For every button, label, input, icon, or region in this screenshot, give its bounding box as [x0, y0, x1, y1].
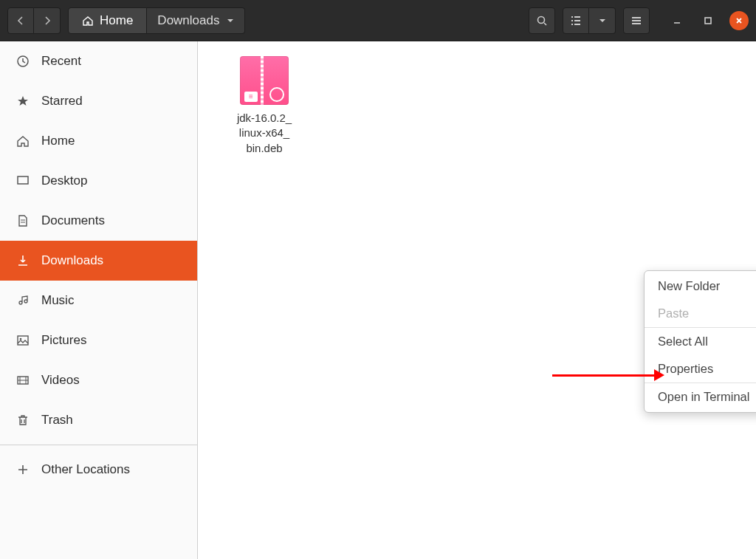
- svg-rect-3: [18, 176, 28, 184]
- list-view-button[interactable]: [563, 7, 589, 34]
- sidebar-item-trash[interactable]: Trash: [0, 400, 197, 440]
- trash-icon: [15, 414, 31, 427]
- ctx-open-terminal[interactable]: Open in Terminal: [645, 383, 756, 411]
- ctx-label: Open in Terminal: [658, 390, 749, 404]
- sidebar-item-label: Recent: [41, 54, 81, 69]
- ctx-label: Select All: [658, 335, 708, 349]
- sidebar-item-label: Videos: [41, 373, 80, 388]
- header-right: [529, 7, 749, 34]
- breadcrumb: Home Downloads: [68, 7, 245, 34]
- music-icon: [15, 294, 31, 307]
- svg-rect-4: [18, 336, 28, 345]
- sidebar-divider: [0, 445, 197, 445]
- sidebar-item-downloads[interactable]: Downloads: [0, 241, 197, 281]
- body: Recent Starred Home Desktop Documents Do…: [0, 41, 756, 559]
- ctx-label: Paste: [658, 306, 689, 320]
- picture-icon: [15, 334, 31, 347]
- nav-buttons: [7, 7, 61, 34]
- sidebar-item-label: Music: [41, 293, 74, 308]
- ctx-label: Properties: [658, 362, 713, 376]
- sidebar-item-label: Starred: [41, 94, 83, 109]
- header-bar: Home Downloads: [0, 0, 756, 41]
- ctx-select-all[interactable]: Select All Ctrl+A: [645, 328, 756, 355]
- sidebar-item-pictures[interactable]: Pictures: [0, 320, 197, 360]
- sidebar-item-desktop[interactable]: Desktop: [0, 161, 197, 201]
- hamburger-menu-button[interactable]: [623, 7, 650, 34]
- sidebar-item-music[interactable]: Music: [0, 281, 197, 320]
- sidebar-item-label: Documents: [41, 213, 105, 228]
- forward-button[interactable]: [34, 7, 61, 34]
- sidebar-item-label: Desktop: [41, 174, 87, 188]
- breadcrumb-current-label: Downloads: [157, 13, 219, 28]
- svg-point-0: [538, 16, 545, 23]
- sidebar-item-label: Downloads: [41, 253, 103, 268]
- desktop-icon: [15, 174, 31, 188]
- main-pane[interactable]: jdk-16.0.2_ linux-x64_ bin.deb New Folde…: [198, 41, 756, 559]
- view-dropdown-button[interactable]: [589, 7, 616, 34]
- context-menu: New Folder Shift+Ctrl+N Paste Select All…: [644, 270, 756, 413]
- document-icon: [15, 214, 31, 227]
- file-name: jdk-16.0.2_ linux-x64_ bin.deb: [220, 111, 309, 156]
- window-controls: [667, 11, 749, 30]
- video-icon: [15, 374, 31, 387]
- sidebar-item-videos[interactable]: Videos: [0, 360, 197, 400]
- breadcrumb-current[interactable]: Downloads: [147, 7, 245, 34]
- minimize-button[interactable]: [667, 11, 687, 30]
- sidebar-item-label: Pictures: [41, 333, 86, 348]
- sidebar-item-starred[interactable]: Starred: [0, 81, 197, 121]
- home-icon: [15, 134, 31, 148]
- search-button[interactable]: [529, 7, 555, 34]
- sidebar-item-label: Home: [41, 134, 75, 148]
- sidebar-item-recent[interactable]: Recent: [0, 41, 197, 81]
- maximize-button[interactable]: [698, 11, 718, 30]
- sidebar-item-label: Other Locations: [41, 462, 130, 477]
- back-button[interactable]: [7, 7, 34, 34]
- ctx-properties[interactable]: Properties: [645, 355, 756, 383]
- view-group: [563, 7, 616, 34]
- clock-icon: [15, 55, 31, 68]
- sidebar-item-home[interactable]: Home: [0, 121, 197, 161]
- sidebar: Recent Starred Home Desktop Documents Do…: [0, 41, 198, 559]
- ctx-new-folder[interactable]: New Folder Shift+Ctrl+N: [645, 272, 756, 300]
- close-button[interactable]: [729, 11, 749, 30]
- breadcrumb-home[interactable]: Home: [68, 7, 147, 34]
- sidebar-item-documents[interactable]: Documents: [0, 201, 197, 241]
- breadcrumb-home-label: Home: [100, 13, 133, 28]
- svg-point-5: [20, 338, 22, 340]
- star-icon: [15, 95, 31, 108]
- home-icon: [82, 15, 94, 27]
- download-icon: [15, 254, 31, 267]
- sidebar-item-other-locations[interactable]: Other Locations: [0, 450, 197, 490]
- file-item[interactable]: jdk-16.0.2_ linux-x64_ bin.deb: [220, 56, 309, 156]
- plus-icon: [15, 463, 31, 476]
- sidebar-item-label: Trash: [41, 413, 73, 428]
- chevron-down-icon: [227, 17, 234, 24]
- deb-package-icon: [240, 56, 289, 105]
- ctx-label: New Folder: [658, 279, 720, 293]
- ctx-paste: Paste: [645, 300, 756, 327]
- svg-rect-1: [705, 18, 711, 24]
